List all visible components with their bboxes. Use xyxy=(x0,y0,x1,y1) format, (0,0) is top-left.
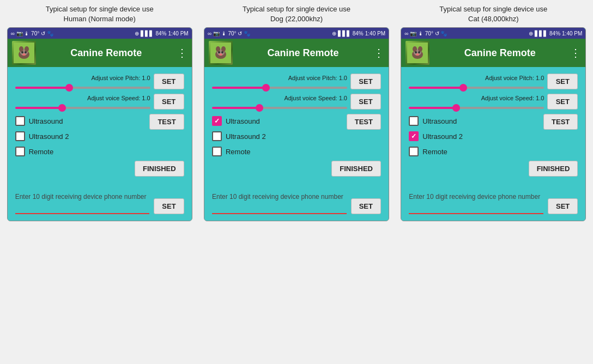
checkbox-label-0-2: Remote xyxy=(29,148,54,156)
svg-point-3 xyxy=(19,46,23,52)
checkbox-box-0-0[interactable] xyxy=(15,116,25,126)
caption-0: Typical setup for single device useHuman… xyxy=(46,4,154,24)
test-btn-2[interactable]: TEST xyxy=(543,114,578,130)
phone-input-section-1: Enter 10 digit receiving device phone nu… xyxy=(212,193,347,214)
svg-point-21 xyxy=(415,51,417,53)
checkbox-item-0-0[interactable]: Ultrasound xyxy=(15,116,69,126)
svg-point-4 xyxy=(25,46,29,52)
wifi-icon-1: ⊕ xyxy=(332,31,336,37)
content-area-2: Adjust voice Pitch: 1.0 SET Adjust voice… xyxy=(401,67,585,187)
checkbox-item-1-0[interactable]: ✓ Ultrasound xyxy=(212,116,266,126)
set-pitch-btn-1[interactable]: SET xyxy=(350,74,381,89)
speed-track-2[interactable] xyxy=(409,107,544,109)
checkbox-label-2-0: Ultrasound xyxy=(422,117,457,125)
set-pitch-btn-2[interactable]: SET xyxy=(547,74,578,89)
pitch-thumb-2[interactable] xyxy=(459,84,467,92)
set-speed-btn-2[interactable]: SET xyxy=(547,94,578,110)
pitch-fill-1 xyxy=(212,87,266,89)
checkbox-box-2-2[interactable] xyxy=(409,147,419,156)
speed-track-1[interactable] xyxy=(212,107,347,109)
signal-icon-2: ▋▋▋ xyxy=(535,31,548,37)
checkbox-box-1-0[interactable]: ✓ xyxy=(212,116,222,126)
checkbox-box-0-2[interactable] xyxy=(15,147,25,156)
phone-input-2[interactable] xyxy=(409,203,543,214)
dog-image-1 xyxy=(210,43,231,63)
app-bar-2: Canine Remote ⋮ xyxy=(401,39,585,67)
speed-thumb-1[interactable] xyxy=(256,104,263,112)
checkbox-item-2-0[interactable]: Ultrasound xyxy=(409,116,463,126)
pitch-section-2: Adjust voice Pitch: 1.0 xyxy=(409,75,544,89)
caption-1: Typical setup for single device useDog (… xyxy=(243,4,350,24)
menu-icon-1[interactable]: ⋮ xyxy=(373,46,384,59)
notification-icons-2: ∞ 📷 🌡 70° ↺ 🐾 xyxy=(404,31,447,37)
checkbox-box-0-1[interactable] xyxy=(15,131,25,141)
speed-track-0[interactable] xyxy=(15,107,150,109)
speed-fill-1 xyxy=(212,107,259,109)
checkbox-box-1-2[interactable] xyxy=(212,147,222,156)
pitch-track-0[interactable] xyxy=(15,87,150,89)
bottom-set-btn-0[interactable]: SET xyxy=(154,198,184,214)
status-right-0: ⊕ ▋▋▋ 84% 1:40 PM xyxy=(135,31,188,37)
checkbox-item-0-1[interactable]: Ultrasound 2 xyxy=(15,131,69,141)
status-left-2: ∞ 📷 🌡 70° ↺ 🐾 xyxy=(404,31,447,37)
speed-label-0: Adjust voice Speed: 1.0 xyxy=(15,95,150,101)
status-right-1: ⊕ ▋▋▋ 84% 1:40 PM xyxy=(332,31,385,37)
test-btn-0[interactable]: TEST xyxy=(149,114,184,130)
test-btn-1[interactable]: TEST xyxy=(347,114,381,130)
speed-section-1: Adjust voice Speed: 1.0 xyxy=(212,95,347,109)
set-speed-btn-0[interactable]: SET xyxy=(154,94,184,110)
set-pitch-btn-0[interactable]: SET xyxy=(154,74,184,89)
set-speed-btn-1[interactable]: SET xyxy=(350,94,381,110)
phone-input-section-2: Enter 10 digit receiving device phone nu… xyxy=(409,193,543,214)
page-wrapper: Typical setup for single device useHuman… xyxy=(4,4,589,221)
finished-row-2: FINISHED xyxy=(409,161,578,177)
svg-point-13 xyxy=(218,51,220,53)
svg-point-19 xyxy=(413,46,417,52)
speed-section-0: Adjust voice Speed: 1.0 xyxy=(15,95,150,109)
finished-btn-0[interactable]: FINISHED xyxy=(135,161,184,177)
checkbox-item-1-2[interactable]: Remote xyxy=(212,147,266,156)
pitch-thumb-0[interactable] xyxy=(65,84,73,92)
svg-point-6 xyxy=(25,51,27,53)
checkbox-item-0-2[interactable]: Remote xyxy=(15,147,69,156)
status-left-0: ∞ 📷 🌡 70° ↺ 🐾 xyxy=(11,31,53,37)
checkboxes-col-2: Ultrasound ✓ Ultrasound 2 Remote xyxy=(409,116,463,156)
checkbox-item-2-2[interactable]: Remote xyxy=(409,147,463,156)
pitch-track-1[interactable] xyxy=(212,87,347,89)
phone-input-label-1: Enter 10 digit receiving device phone nu… xyxy=(212,193,347,202)
checkbox-box-2-0[interactable] xyxy=(409,116,419,126)
status-bar-0: ∞ 📷 🌡 70° ↺ 🐾 ⊕ ▋▋▋ 84% 1:40 PM xyxy=(8,28,192,39)
phone-input-0[interactable] xyxy=(15,203,150,214)
time-1: 1:40 PM xyxy=(365,31,385,37)
menu-icon-2[interactable]: ⋮ xyxy=(570,46,581,59)
checkbox-label-2-2: Remote xyxy=(422,148,447,156)
checkbox-label-1-0: Ultrasound xyxy=(226,117,260,125)
checkbox-item-2-1[interactable]: ✓ Ultrasound 2 xyxy=(409,131,463,141)
checkbox-label-1-2: Remote xyxy=(226,148,251,156)
notification-icons-0: ∞ 📷 🌡 70° ↺ 🐾 xyxy=(11,31,53,37)
app-bar-0: Canine Remote ⋮ xyxy=(8,39,192,67)
checkbox-item-1-1[interactable]: Ultrasound 2 xyxy=(212,131,266,141)
checkbox-box-1-1[interactable] xyxy=(212,131,222,141)
phone-input-1[interactable] xyxy=(212,203,347,214)
speed-row-0: Adjust voice Speed: 1.0 SET xyxy=(15,94,184,110)
finished-btn-1[interactable]: FINISHED xyxy=(331,161,381,177)
wifi-icon-2: ⊕ xyxy=(529,31,533,37)
menu-icon-0[interactable]: ⋮ xyxy=(177,46,187,59)
checkbox-box-2-1[interactable]: ✓ xyxy=(409,131,419,141)
pitch-fill-0 xyxy=(15,87,69,89)
speed-label-1: Adjust voice Speed: 1.0 xyxy=(212,95,347,101)
pitch-thumb-1[interactable] xyxy=(262,84,270,92)
phone-column-0: Typical setup for single device useHuman… xyxy=(4,4,195,221)
pitch-track-2[interactable] xyxy=(409,87,544,89)
bottom-set-btn-1[interactable]: SET xyxy=(351,198,381,214)
signal-icon-0: ▋▋▋ xyxy=(141,31,154,37)
speed-thumb-2[interactable] xyxy=(452,104,460,112)
signal-icon-1: ▋▋▋ xyxy=(338,31,351,37)
bottom-set-btn-2[interactable]: SET xyxy=(548,198,578,214)
pitch-section-0: Adjust voice Pitch: 1.0 xyxy=(15,75,150,89)
speed-thumb-0[interactable] xyxy=(58,104,66,112)
phone-input-section-0: Enter 10 digit receiving device phone nu… xyxy=(15,193,150,214)
battery-icon-2: 84% xyxy=(549,31,560,37)
finished-btn-2[interactable]: FINISHED xyxy=(529,161,578,177)
